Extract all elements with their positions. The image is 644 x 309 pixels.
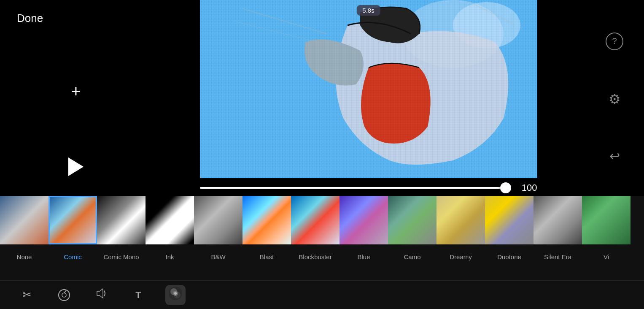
filter-thumb-camo <box>388 196 437 244</box>
svg-point-8 <box>59 290 70 301</box>
filter-item-comic[interactable] <box>49 196 97 249</box>
settings-button[interactable]: ⚙ <box>609 91 621 107</box>
filter-thumb-duotone <box>485 196 534 244</box>
filter-label-duotone: Duotone <box>485 253 534 260</box>
filter-thumb-comic-mono <box>97 196 146 244</box>
filters-button[interactable] <box>165 285 186 305</box>
filter-item-blue[interactable] <box>340 196 388 249</box>
timestamp-badge: 5.8s <box>356 5 380 16</box>
filter-label-blast: Blast <box>243 253 291 260</box>
main-area: Done + <box>0 0 644 196</box>
filter-labels: NoneComicComic MonoInkB&WBlastBlockbuste… <box>0 249 644 265</box>
filter-thumb-vi <box>582 196 631 244</box>
undo-button[interactable]: ↩ <box>609 149 620 163</box>
audio-button[interactable] <box>91 285 111 305</box>
filter-thumb-none <box>0 196 49 244</box>
speed-icon <box>57 288 71 302</box>
svg-marker-11 <box>97 289 103 298</box>
svg-point-16 <box>174 292 177 295</box>
filter-label-comic-mono: Comic Mono <box>97 253 146 260</box>
filter-item-blast[interactable] <box>243 196 291 249</box>
filter-item-dreamy[interactable] <box>437 196 485 249</box>
bottom-toolbar: ✂ T <box>0 280 644 309</box>
filter-item-blockbuster[interactable] <box>291 196 340 249</box>
help-icon: ? <box>606 33 623 50</box>
done-button[interactable]: Done <box>17 12 135 25</box>
add-button[interactable]: + <box>17 83 135 100</box>
filter-item-none[interactable] <box>0 196 49 249</box>
text-button[interactable]: T <box>128 285 148 305</box>
undo-icon: ↩ <box>609 149 620 163</box>
text-icon: T <box>135 290 141 301</box>
filter-label-comic: Comic <box>49 253 97 260</box>
filter-label-vi: Vi <box>582 253 631 260</box>
filter-item-duotone[interactable] <box>485 196 534 249</box>
filter-label-bw: B&W <box>194 253 243 260</box>
filter-item-bw[interactable] <box>194 196 243 249</box>
slider-area: 100 <box>200 178 537 196</box>
filter-thumb-dreamy <box>437 196 485 244</box>
speed-button[interactable] <box>54 285 74 305</box>
filter-thumb-ink <box>146 196 194 244</box>
left-panel: Done + <box>0 0 152 196</box>
scissors-button[interactable]: ✂ <box>17 285 37 305</box>
filter-label-blockbuster: Blockbuster <box>291 253 340 260</box>
help-button[interactable]: ? <box>606 33 623 50</box>
filter-label-ink: Ink <box>146 253 194 260</box>
filter-label-camo: Camo <box>388 253 437 260</box>
filter-label-dreamy: Dreamy <box>437 253 485 260</box>
slider-thumb[interactable] <box>500 182 511 193</box>
filter-item-camo[interactable] <box>388 196 437 249</box>
filter-label-blue: Blue <box>340 253 388 260</box>
filter-thumbnails <box>0 196 644 249</box>
filter-item-vi[interactable] <box>582 196 631 249</box>
filter-item-comic-mono[interactable] <box>97 196 146 249</box>
slider-value: 100 <box>517 182 537 193</box>
svg-line-10 <box>64 291 66 293</box>
filter-item-silent-era[interactable] <box>534 196 582 249</box>
filter-thumb-blockbuster <box>291 196 340 244</box>
audio-icon <box>94 287 108 303</box>
filter-thumb-bw <box>194 196 243 244</box>
play-triangle-icon <box>68 157 84 176</box>
gear-icon: ⚙ <box>609 91 621 107</box>
filter-label-none: None <box>0 253 49 260</box>
slider-fill <box>200 187 501 189</box>
filter-label-silent-era: Silent Era <box>534 253 582 260</box>
filter-strength-slider[interactable] <box>200 187 510 189</box>
scissors-icon: ✂ <box>22 288 32 301</box>
video-area: 5.8s 100 <box>152 0 585 196</box>
filter-thumb-blue <box>340 196 388 244</box>
video-frame <box>200 0 537 178</box>
right-panel: ? ⚙ ↩ <box>585 0 644 196</box>
filter-strip: NoneComicComic MonoInkB&WBlastBlockbuste… <box>0 196 644 280</box>
filters-icon <box>168 286 183 304</box>
filter-item-ink[interactable] <box>146 196 194 249</box>
filter-thumb-blast <box>243 196 291 244</box>
video-preview: 5.8s <box>200 0 537 178</box>
svg-point-9 <box>62 293 66 297</box>
comic-overlay <box>200 0 537 178</box>
filter-thumb-silent-era <box>534 196 582 244</box>
play-button[interactable] <box>17 157 135 179</box>
filter-thumb-comic <box>49 196 97 244</box>
